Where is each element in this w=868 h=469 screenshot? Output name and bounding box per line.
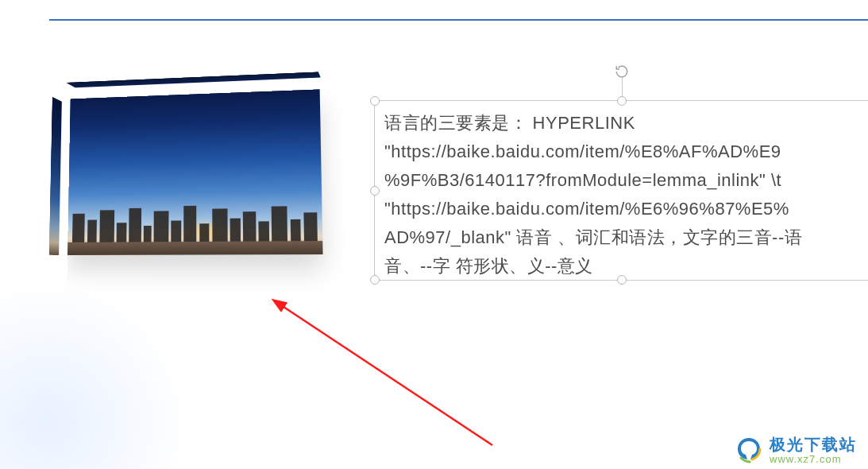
text-line: 音、--字 符形状、义--意义 <box>384 256 593 276</box>
text-line: "https://baike.baidu.com/item/%E8%AF%AD%… <box>384 141 781 161</box>
resize-handle-bottom-left[interactable] <box>370 275 380 285</box>
text-box-content[interactable]: 语言的三要素是： HYPERLINK "https://baike.baidu.… <box>375 101 868 289</box>
text-box[interactable]: 语言的三要素是： HYPERLINK "https://baike.baidu.… <box>374 100 868 281</box>
resize-handle-bottom-middle[interactable] <box>617 275 627 285</box>
text-line: %9F%B3/6140117?fromModule=lemma_inlink" … <box>384 170 781 190</box>
decorative-glow <box>0 278 191 469</box>
resize-handle-top-left[interactable] <box>370 96 380 106</box>
top-rule <box>49 19 868 21</box>
watermark-logo-icon <box>735 436 763 464</box>
rotation-handle[interactable] <box>615 64 629 79</box>
resize-handle-middle-left[interactable] <box>370 186 380 196</box>
watermark-name: 极光下载站 <box>770 436 857 452</box>
rotation-connector <box>622 77 623 96</box>
text-line: "https://baike.baidu.com/item/%E6%96%87%… <box>384 199 789 219</box>
text-line: AD%97/_blank" 语音 、词汇和语法，文字的三音--语 <box>384 227 802 247</box>
resize-handle-top-middle[interactable] <box>617 96 627 106</box>
text-line: 语言的三要素是： HYPERLINK <box>384 113 635 133</box>
inserted-image[interactable] <box>60 79 326 262</box>
watermark: 极光下载站 www.xz7.com <box>735 436 857 464</box>
svg-line-0 <box>281 305 492 445</box>
watermark-url: www.xz7.com <box>770 454 857 464</box>
annotation-arrow <box>270 294 508 453</box>
